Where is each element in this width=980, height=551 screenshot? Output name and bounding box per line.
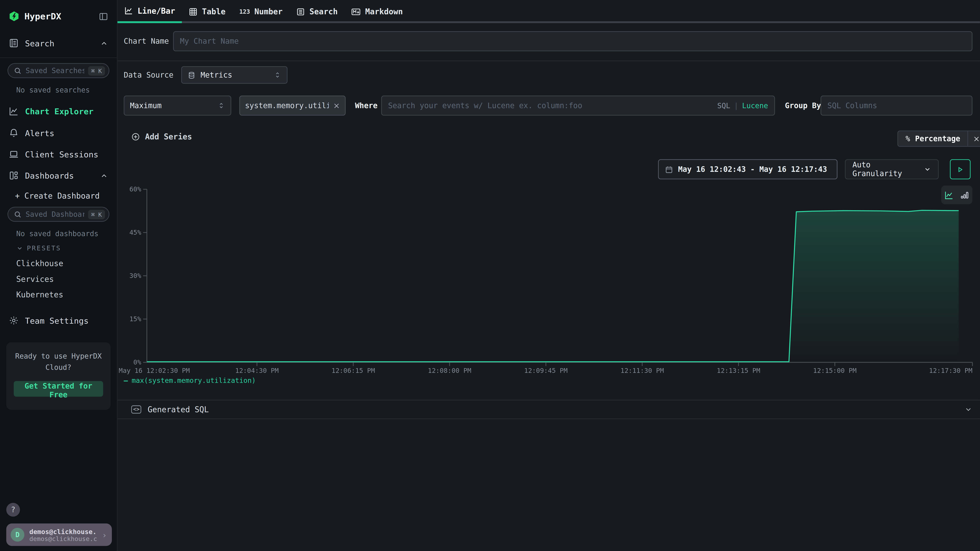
sidebar-item-team-settings[interactable]: Team Settings: [0, 310, 117, 331]
line-chart-icon: [9, 106, 19, 116]
timeseries-chart[interactable]: 0%15%30%45%60%May 16 12:02:30 PM12:04:30…: [118, 184, 980, 378]
svg-text:May 16 12:02:30 PM: May 16 12:02:30 PM: [119, 367, 190, 375]
tab-label: Table: [202, 7, 225, 16]
tab-number[interactable]: 123 Number: [232, 0, 290, 23]
sidebar-item-label: Search: [25, 38, 94, 48]
svg-text:60%: 60%: [129, 185, 141, 193]
granularity-select[interactable]: Auto Granularity: [845, 159, 939, 179]
user-texts: demos@clickhouse.com demos@clickhouse.co…: [29, 527, 97, 542]
sidebar-item-label: Alerts: [25, 129, 54, 138]
chevron-up-icon[interactable]: [100, 39, 108, 47]
divider: [118, 60, 980, 61]
chart-name-input[interactable]: [173, 31, 972, 51]
svg-text:0%: 0%: [133, 358, 141, 366]
hyperdx-logo-icon: [9, 11, 19, 22]
sidebar-item-label: Chart Explorer: [25, 106, 93, 116]
add-series-button[interactable]: Add Series: [131, 132, 192, 141]
tab-table[interactable]: Table: [182, 0, 232, 23]
tab-search[interactable]: Search: [290, 0, 345, 23]
database-icon: [188, 71, 196, 79]
saved-dashboards-input[interactable]: Saved Dashboards ⌘ K: [8, 207, 110, 222]
svg-text:12:15:00 PM: 12:15:00 PM: [813, 367, 857, 375]
svg-text:12:17:30 PM: 12:17:30 PM: [929, 367, 972, 375]
sidebar-item-alerts[interactable]: Alerts: [0, 122, 117, 144]
toggle-divider: |: [734, 101, 738, 110]
get-started-button[interactable]: Get Started for Free: [14, 381, 103, 397]
percentage-remove-button[interactable]: [968, 131, 980, 146]
preset-item-clickhouse[interactable]: Clickhouse: [0, 256, 117, 271]
tab-markdown[interactable]: Markdown: [345, 0, 410, 23]
aggregation-value: Maximum: [130, 101, 213, 110]
tab-label: Search: [310, 7, 338, 16]
chevron-down-icon: [964, 405, 972, 414]
collapse-sidebar-icon[interactable]: [99, 12, 108, 21]
sidebar-item-client-sessions[interactable]: Client Sessions: [0, 144, 117, 165]
percentage-toggle: % Percentage: [897, 130, 980, 147]
chevron-up-icon[interactable]: [100, 171, 108, 179]
close-icon: [973, 135, 980, 142]
run-query-button[interactable]: [950, 159, 970, 179]
code-icon: <>: [131, 405, 142, 413]
line-chart-icon: [124, 6, 133, 15]
svg-text:45%: 45%: [129, 229, 141, 236]
presets-label: PRESETS: [27, 244, 61, 252]
select-arrows-icon: [274, 71, 282, 79]
data-source-select[interactable]: Metrics: [181, 66, 288, 84]
tab-line-bar[interactable]: Line/Bar: [118, 0, 182, 23]
sidebar-item-dashboards[interactable]: Dashboards: [0, 165, 117, 186]
svg-text:12:09:45 PM: 12:09:45 PM: [524, 367, 568, 375]
help-button[interactable]: ?: [6, 503, 20, 516]
no-saved-searches-text: No saved searches: [0, 78, 117, 101]
aggregation-select[interactable]: Maximum: [124, 95, 231, 116]
avatar: D: [11, 528, 24, 541]
date-range-value: May 16 12:02:43 - May 16 12:17:43: [678, 165, 827, 174]
svg-text:12:08:00 PM: 12:08:00 PM: [428, 367, 471, 375]
data-source-value: Metrics: [201, 71, 269, 79]
sidebar-item-label: Client Sessions: [25, 149, 98, 159]
preset-item-kubernetes[interactable]: Kubernetes: [0, 287, 117, 302]
cloud-promo-text: Ready to use HyperDX Cloud?: [14, 351, 103, 373]
search-icon: [14, 67, 22, 75]
saved-searches-input[interactable]: Saved Searches ⌘ K: [8, 63, 110, 78]
select-arrows-icon: [218, 102, 225, 110]
preset-item-services[interactable]: Services: [0, 271, 117, 287]
tab-label: Number: [255, 7, 283, 16]
plus-circle-icon: [131, 132, 140, 141]
sidebar-footer: ? D demos@clickhouse.com demos@clickhous…: [0, 503, 117, 551]
dashboards-layout-icon: [9, 171, 19, 181]
metric-tag-label: system.memory.utilization: [245, 101, 329, 110]
generated-sql-label: Generated SQL: [148, 405, 958, 414]
sql-mode-button[interactable]: SQL: [717, 101, 730, 110]
date-range-picker[interactable]: May 16 12:02:43 - May 16 12:17:43: [658, 159, 837, 179]
create-dashboard-button[interactable]: + Create Dashboard: [0, 186, 117, 204]
generated-sql-toggle[interactable]: <> Generated SQL: [118, 400, 980, 419]
shortcut-badge: ⌘ K: [88, 66, 105, 75]
user-menu[interactable]: D demos@clickhouse.com demos@clickhouse.…: [6, 524, 112, 546]
group-by-label: Group By: [785, 101, 821, 110]
tab-label: Line/Bar: [137, 6, 175, 15]
play-icon: [956, 165, 964, 173]
sidebar-item-search[interactable]: Search: [0, 32, 117, 54]
search-icon: [14, 210, 22, 218]
lucene-mode-button[interactable]: Lucene: [742, 101, 768, 110]
chevron-right-icon: ›: [102, 530, 107, 539]
sidebar: HyperDX Search Saved Searches ⌘ K No sav…: [0, 0, 118, 551]
query-language-toggle: SQL | Lucene: [717, 101, 774, 110]
bell-icon: [9, 128, 19, 138]
markdown-icon: [352, 7, 361, 16]
chevron-down-icon: [16, 245, 23, 251]
percent-icon: %: [905, 134, 910, 143]
data-source-label: Data Source: [124, 71, 173, 79]
presets-toggle[interactable]: PRESETS: [0, 239, 117, 256]
granularity-value: Auto Granularity: [853, 160, 917, 178]
calendar-icon: [665, 165, 673, 173]
where-label: Where: [355, 101, 378, 110]
sidebar-item-chart-explorer[interactable]: Chart Explorer: [0, 101, 117, 122]
tab-label: Markdown: [365, 7, 403, 16]
metric-tag[interactable]: system.memory.utilization: [239, 95, 345, 116]
svg-text:12:06:15 PM: 12:06:15 PM: [332, 367, 375, 375]
percentage-button[interactable]: % Percentage: [898, 131, 968, 146]
where-search-input[interactable]: [382, 101, 717, 110]
group-by-input[interactable]: [821, 95, 972, 116]
remove-metric-icon[interactable]: [333, 102, 340, 109]
